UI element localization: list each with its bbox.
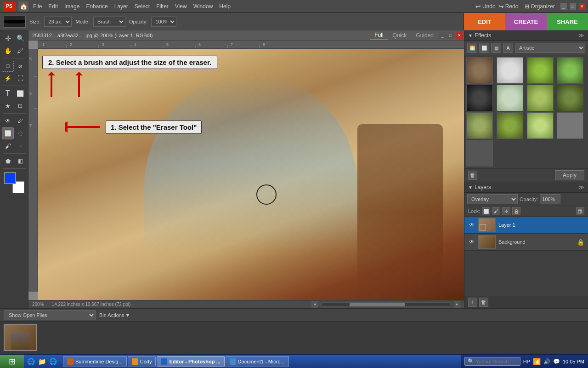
smudge-tool[interactable]: 🖊 <box>14 115 26 127</box>
effect-thumb-1[interactable] <box>466 57 493 84</box>
stamp-tool[interactable]: ⊡ <box>14 100 26 112</box>
canvas-maximize[interactable]: □ <box>447 32 454 39</box>
effect-thumb-12[interactable] <box>557 112 583 139</box>
taskbar-item-document1[interactable]: Document1 - Micro... <box>226 356 289 367</box>
layer-item-background[interactable]: 👁 Background 🔒 <box>464 234 588 251</box>
effects-delete-btn[interactable]: 🗑 <box>468 171 477 180</box>
effect-thumb-13[interactable] <box>466 140 493 167</box>
mode-select[interactable]: Brush <box>93 17 125 27</box>
effect-thumb-11[interactable] <box>527 112 554 139</box>
star-tool[interactable]: ★ <box>2 100 14 112</box>
search-input[interactable] <box>476 359 517 364</box>
gradient-tool[interactable]: ◧ <box>14 155 26 167</box>
resize-tool[interactable]: ↔ <box>14 140 26 152</box>
eye-tool[interactable]: 👁 <box>2 115 14 127</box>
effects-options-icon[interactable]: ≫ <box>578 32 584 39</box>
lock-all-btn[interactable]: 🔒 <box>512 207 520 215</box>
delete-layer-btn[interactable]: 🗑 <box>576 207 584 215</box>
zoom-tool[interactable]: 🔍 <box>14 32 26 44</box>
layer-blend-mode[interactable]: Overlay <box>467 194 518 204</box>
color-swatches[interactable] <box>3 172 25 193</box>
close-btn[interactable]: ✕ <box>579 3 585 10</box>
menu-file[interactable]: File <box>31 2 44 11</box>
search-bar[interactable]: 🔍 <box>464 357 520 366</box>
effects-textures-btn[interactable]: ▦ <box>491 43 501 53</box>
shape-tool[interactable]: ⬜ <box>14 87 26 99</box>
crop-tool[interactable]: ⛶ <box>14 72 26 84</box>
taskbar-item-cody[interactable]: Cody <box>128 356 156 367</box>
lasso-tool[interactable]: ⌀ <box>14 60 26 72</box>
lock-position-btn[interactable]: ✛ <box>502 207 510 215</box>
taskbar-ie2-icon[interactable]: 🌐 <box>48 356 58 367</box>
layers-header[interactable]: ▼ Layers ≫ <box>464 182 588 193</box>
canvas-close[interactable]: ✕ <box>456 32 463 39</box>
edit-mode-btn[interactable]: EDIT <box>464 13 505 30</box>
show-files-select[interactable]: Show Open Files <box>4 310 96 320</box>
bin-thumbnail-1[interactable] <box>4 324 37 351</box>
menu-filter[interactable]: Filter <box>154 2 170 11</box>
effect-thumb-7[interactable] <box>527 85 554 111</box>
effects-photo-fx-btn[interactable]: 🌅 <box>467 43 477 53</box>
effect-thumb-8[interactable] <box>557 85 583 111</box>
text-tool[interactable]: T <box>2 87 14 99</box>
effect-thumb-3[interactable] <box>527 57 554 84</box>
opacity-select[interactable]: 100% <box>151 17 176 27</box>
layer-1-visibility[interactable]: 👁 <box>468 221 475 229</box>
maximize-btn[interactable]: □ <box>570 3 576 10</box>
menu-select[interactable]: Select <box>133 2 152 11</box>
lock-transparency-btn[interactable]: ⬜ <box>482 207 490 215</box>
view-quick-btn[interactable]: Quick <box>388 31 412 40</box>
eyedropper-tool[interactable]: 🖊 <box>14 45 26 57</box>
layer-item-1[interactable]: 👁 Layer 1 <box>464 217 588 234</box>
view-full-btn[interactable]: Full <box>370 31 388 40</box>
effects-style-select[interactable]: Artistic Brushstrokes Distort Sketch Sty… <box>515 43 585 53</box>
opacity-input[interactable] <box>540 194 560 204</box>
effect-thumb-10[interactable] <box>497 112 523 139</box>
organizer-btn[interactable]: ⊞Organizer <box>525 3 555 10</box>
lock-pixels-btn[interactable]: 🖌 <box>492 207 500 215</box>
redo-btn[interactable]: ↪Redo <box>498 3 519 10</box>
menu-help[interactable]: Help <box>217 2 232 11</box>
canvas-image[interactable]: 1. Select the "Eraser Tool" 2. Select a … <box>38 49 464 300</box>
effects-header[interactable]: ▼ Effects ≫ <box>464 30 588 41</box>
menu-image[interactable]: Image <box>62 2 81 11</box>
brush-tool[interactable]: 🖌 <box>2 140 14 152</box>
effects-apply-btn[interactable]: Apply <box>555 170 584 180</box>
fg-color-swatch[interactable] <box>4 172 16 184</box>
start-button[interactable]: ⊞ <box>0 355 24 368</box>
menu-window[interactable]: Window <box>192 2 215 11</box>
menu-view[interactable]: View <box>173 2 189 11</box>
taskbar-folder-icon[interactable]: 📁 <box>37 356 47 367</box>
menu-edit[interactable]: Edit <box>46 2 60 11</box>
home-icon[interactable]: 🏠 <box>18 1 28 12</box>
paint-bucket-tool[interactable]: ⬟ <box>2 155 14 167</box>
scroll-right[interactable]: ► <box>454 301 460 308</box>
scroll-left[interactable]: ◄ <box>311 301 318 308</box>
effect-thumb-2[interactable] <box>497 57 523 84</box>
effect-thumb-4[interactable] <box>557 57 583 84</box>
undo-btn[interactable]: ↩Undo <box>475 3 496 10</box>
eraser-tool[interactable]: ⬜ <box>2 127 14 139</box>
layers-options-icon[interactable]: ≫ <box>578 184 584 190</box>
create-mode-btn[interactable]: CREATE <box>505 13 547 30</box>
effect-thumb-5[interactable] <box>466 85 493 111</box>
hand-tool[interactable]: ✋ <box>2 45 14 57</box>
blur-tool[interactable]: ◌ <box>14 127 26 139</box>
taskbar-item-editor[interactable]: Editor - Photoshop ... <box>157 356 224 367</box>
taskbar-ie-icon[interactable]: 🌐 <box>26 356 36 367</box>
menu-layer[interactable]: Layer <box>113 2 130 11</box>
view-guided-btn[interactable]: Guided <box>411 31 438 40</box>
taskbar-item-summertime[interactable]: Summertime Desig... <box>63 356 127 367</box>
canvas-minimize[interactable]: _ <box>439 32 446 39</box>
menu-enhance[interactable]: Enhance <box>84 2 109 11</box>
marquee-tool[interactable]: □ <box>2 60 14 72</box>
magic-wand-tool[interactable]: ⚡ <box>2 72 14 84</box>
background-layer-visibility[interactable]: 👁 <box>468 238 475 246</box>
bin-actions-btn[interactable]: Bin Actions ▼ <box>99 312 130 318</box>
share-mode-btn[interactable]: SHARE <box>547 13 588 30</box>
minimize-btn[interactable]: _ <box>560 3 567 10</box>
delete-layer-bottom-btn[interactable]: 🗑 <box>479 298 488 307</box>
new-layer-btn[interactable]: + <box>468 298 477 307</box>
effects-frames-btn[interactable]: ⬜ <box>479 43 489 53</box>
move-tool[interactable]: ✛ <box>2 32 14 44</box>
